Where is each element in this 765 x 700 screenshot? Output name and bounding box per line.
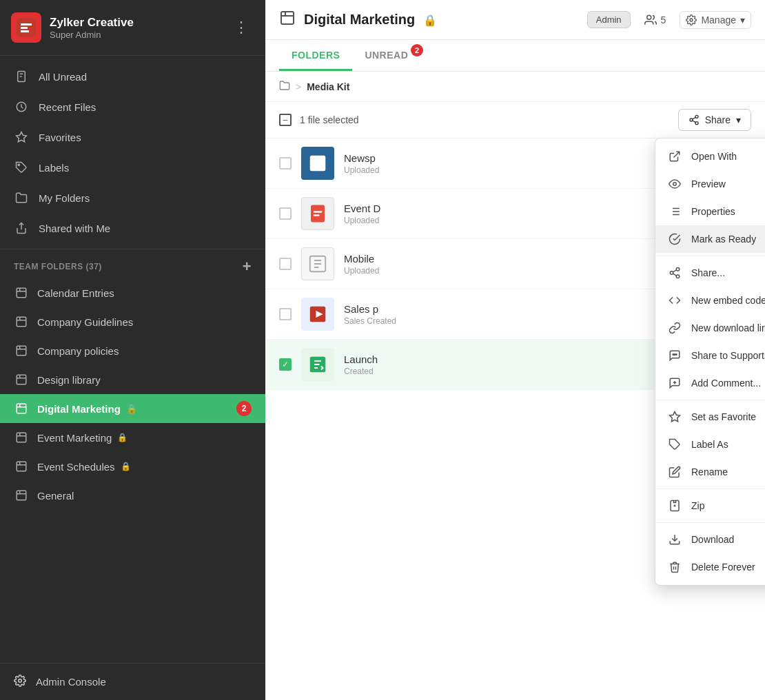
check-circle-icon bbox=[668, 232, 682, 246]
sidebar-item-calendar-entries[interactable]: Calendar Entries bbox=[0, 278, 265, 307]
ctx-preview[interactable]: Preview bbox=[655, 170, 765, 198]
ctx-rename[interactable]: Rename bbox=[655, 458, 765, 486]
svg-line-21 bbox=[692, 121, 695, 123]
add-team-folder-button[interactable]: + bbox=[243, 259, 252, 274]
ctx-mark-as-ready[interactable]: Mark as Ready bbox=[655, 225, 765, 253]
sidebar-item-recent-files[interactable]: Recent Files bbox=[0, 92, 265, 122]
file-checkbox-4[interactable] bbox=[279, 308, 292, 320]
breadcrumb-separator: > bbox=[296, 81, 301, 92]
sidebar-item-favorites[interactable]: Favorites bbox=[0, 122, 265, 152]
ctx-mark-as-ready-label: Mark as Ready bbox=[691, 234, 765, 245]
select-all-checkbox[interactable] bbox=[279, 114, 292, 126]
recent-files-label: Recent Files bbox=[39, 101, 96, 113]
svg-rect-8 bbox=[17, 346, 26, 356]
svg-rect-9 bbox=[17, 375, 26, 384]
sidebar-item-shared-with-me[interactable]: Shared with Me bbox=[0, 213, 265, 243]
support-icon bbox=[668, 349, 682, 362]
svg-rect-12 bbox=[17, 462, 26, 471]
svg-point-14 bbox=[19, 679, 22, 683]
rename-icon bbox=[668, 465, 682, 479]
svg-line-31 bbox=[674, 152, 680, 157]
main-header: Digital Marketing 🔒 Admin 5 Manage ▾ bbox=[265, 0, 765, 40]
ctx-download-label: Download bbox=[691, 534, 765, 545]
folder-icon bbox=[14, 459, 29, 474]
delete-icon bbox=[668, 560, 682, 574]
sidebar-item-event-schedules[interactable]: Event Schedules 🔒 bbox=[0, 452, 265, 481]
main-title: Digital Marketing 🔒 bbox=[304, 12, 579, 28]
calendar-entries-label: Calendar Entries bbox=[37, 287, 114, 299]
sidebar-menu-button[interactable]: ⋮ bbox=[228, 16, 254, 39]
ctx-open-with[interactable]: Open With › bbox=[655, 143, 765, 170]
sidebar-nav: All Unread Recent Files Favorites Labels… bbox=[0, 56, 265, 249]
tab-unread[interactable]: UNREAD 2 bbox=[352, 40, 420, 71]
ctx-open-with-label: Open With bbox=[691, 151, 765, 162]
ctx-delete-forever[interactable]: Delete Forever bbox=[655, 553, 765, 581]
svg-point-4 bbox=[18, 164, 19, 165]
ctx-new-embed-code-label: New embed code bbox=[691, 295, 765, 306]
main-content: Digital Marketing 🔒 Admin 5 Manage ▾ FOL… bbox=[265, 0, 765, 700]
ctx-properties[interactable]: Properties bbox=[655, 198, 765, 225]
my-folders-label: My Folders bbox=[39, 192, 90, 204]
sidebar-item-my-folders[interactable]: My Folders bbox=[0, 183, 265, 213]
team-folders-label: TEAM FOLDERS (37) bbox=[14, 262, 102, 271]
ctx-rename-label: Rename bbox=[691, 466, 765, 477]
svg-rect-6 bbox=[17, 288, 26, 298]
ctx-new-download-link-label: New download link bbox=[691, 322, 765, 333]
manage-button[interactable]: Manage ▾ bbox=[680, 11, 751, 29]
ctx-new-download-link[interactable]: New download link bbox=[655, 314, 765, 342]
company-guidelines-label: Company Guidelines bbox=[37, 316, 133, 328]
users-count: 5 bbox=[661, 14, 666, 25]
ctx-label-as-label: Label As bbox=[691, 439, 765, 450]
download-icon bbox=[668, 533, 682, 546]
shared-with-me-label: Shared with Me bbox=[39, 223, 110, 234]
svg-point-17 bbox=[690, 19, 693, 21]
unread-tab-badge: 2 bbox=[411, 44, 423, 56]
sidebar: Zylker Creative Super Admin ⋮ All Unread… bbox=[0, 0, 265, 700]
tab-folders[interactable]: FOLDERS bbox=[279, 40, 352, 71]
sidebar-item-labels[interactable]: Labels bbox=[0, 152, 265, 183]
clock-icon bbox=[14, 99, 29, 114]
svg-rect-11 bbox=[17, 433, 26, 442]
file-checkbox-2[interactable] bbox=[279, 207, 292, 220]
ctx-share[interactable]: Share... › bbox=[655, 259, 765, 287]
breadcrumb-folder-icon bbox=[279, 80, 290, 93]
ctx-zip[interactable]: Zip bbox=[655, 492, 765, 519]
sidebar-item-general[interactable]: General bbox=[0, 481, 265, 510]
sidebar-item-company-policies[interactable]: Company policies bbox=[0, 336, 265, 365]
admin-console-label: Admin Console bbox=[36, 676, 106, 688]
sidebar-item-all-unread[interactable]: All Unread bbox=[0, 61, 265, 92]
digital-marketing-label: Digital Marketing bbox=[37, 403, 121, 415]
comment-icon bbox=[668, 376, 682, 390]
my-folders-icon bbox=[14, 190, 29, 205]
users-button[interactable]: 5 bbox=[639, 11, 672, 29]
sidebar-item-design-library[interactable]: Design library bbox=[0, 365, 265, 394]
toolbar: 1 file selected Share ▾ bbox=[265, 102, 765, 138]
open-with-icon bbox=[668, 150, 682, 163]
file-checkbox-5[interactable]: ✓ bbox=[279, 358, 292, 371]
ctx-add-comment-label: Add Comment... bbox=[691, 378, 765, 389]
sidebar-item-event-marketing[interactable]: Event Marketing 🔒 bbox=[0, 423, 265, 452]
ctx-set-as-favorite[interactable]: Set as Favorite bbox=[655, 403, 765, 431]
folder-icon bbox=[14, 314, 29, 329]
team-folders-header: TEAM FOLDERS (37) + bbox=[0, 249, 265, 278]
ctx-share-to-support[interactable]: Share to Support bbox=[655, 342, 765, 369]
sidebar-item-digital-marketing[interactable]: Digital Marketing 🔒 2 bbox=[0, 394, 265, 423]
ctx-new-embed-code[interactable]: New embed code bbox=[655, 287, 765, 314]
admin-console-item[interactable]: Admin Console bbox=[0, 663, 265, 700]
sidebar-item-company-guidelines[interactable]: Company Guidelines bbox=[0, 307, 265, 336]
admin-badge[interactable]: Admin bbox=[587, 11, 631, 28]
indeterminate-checkbox[interactable] bbox=[279, 114, 292, 126]
ctx-download[interactable]: Download bbox=[655, 526, 765, 553]
ctx-add-comment[interactable]: Add Comment... bbox=[655, 369, 765, 397]
folder-icon bbox=[14, 343, 29, 358]
ctx-delete-forever-label: Delete Forever bbox=[691, 562, 765, 573]
svg-marker-3 bbox=[17, 132, 27, 142]
share-button[interactable]: Share ▾ bbox=[678, 109, 751, 131]
ctx-set-as-favorite-label: Set as Favorite bbox=[691, 411, 765, 422]
file-thumbnail-1 bbox=[301, 147, 334, 180]
file-checkbox-1[interactable] bbox=[279, 157, 292, 169]
admin-console-icon bbox=[14, 675, 26, 689]
event-marketing-label: Event Marketing bbox=[37, 432, 112, 444]
file-checkbox-3[interactable] bbox=[279, 258, 292, 270]
ctx-label-as[interactable]: Label As › bbox=[655, 431, 765, 458]
